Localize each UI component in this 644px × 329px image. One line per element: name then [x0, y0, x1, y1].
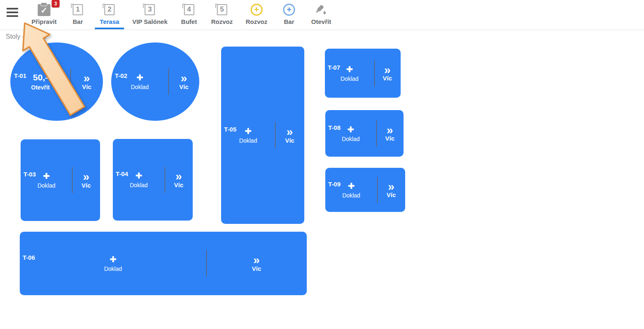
- more-button[interactable]: » Víc: [206, 255, 307, 272]
- chevron-double-right-icon: »: [387, 125, 393, 135]
- tab-label: Připravit: [32, 18, 57, 25]
- table-T-08[interactable]: T-08 ✚ Doklad » Víc: [325, 110, 404, 157]
- doklad-button[interactable]: ✚ Doklad: [221, 127, 275, 144]
- clipboard-check-icon: ✓ 3: [37, 4, 50, 16]
- tab-label: Bar: [284, 18, 294, 25]
- button-new-rozvoz[interactable]: + Rozvoz: [241, 0, 273, 30]
- doklad-button[interactable]: ✚ Doklad: [325, 65, 374, 82]
- tab-bufet[interactable]: 4 Bufet: [176, 0, 202, 30]
- doklad-button[interactable]: ✚ Doklad: [21, 172, 72, 189]
- number-4-icon: 4: [184, 4, 194, 15]
- chevron-double-right-icon: »: [388, 181, 394, 191]
- doklad-button[interactable]: ✚ Doklad: [113, 172, 165, 188]
- chevron-double-right-icon: »: [83, 172, 89, 182]
- more-button[interactable]: » Víc: [165, 172, 193, 188]
- more-button[interactable]: » Víc: [70, 73, 103, 90]
- button-otevrit[interactable]: Otevřít: [306, 0, 336, 30]
- topbar: ✓ 3 Připravit 1 Bar 2 Terasa 3 VIP Salón…: [0, 0, 644, 30]
- chevron-double-right-icon: »: [175, 172, 182, 181]
- plus-icon: ✚: [43, 172, 50, 180]
- button-new-bar[interactable]: + Bar: [278, 0, 300, 30]
- number-3-icon: 3: [145, 4, 155, 15]
- more-button[interactable]: » Víc: [376, 125, 404, 142]
- tab-rozvoz-5[interactable]: 5 Rozvoz: [206, 0, 238, 30]
- tab-label: VIP Salónek: [132, 18, 168, 25]
- plus-icon: ✚: [135, 172, 142, 180]
- tab-pripravit[interactable]: ✓ 3 Připravit: [27, 0, 62, 30]
- breadcrumb: Stoly - Terasa: [6, 33, 46, 40]
- doklad-button[interactable]: ✚ Doklad: [20, 255, 206, 272]
- table-T-02[interactable]: T-02 ✚ Doklad » Víc: [111, 42, 199, 121]
- more-button[interactable]: » Víc: [374, 65, 401, 82]
- plus-icon: ✚: [346, 65, 353, 73]
- number-2-icon: 2: [104, 4, 114, 15]
- table-T-07[interactable]: T-07 ✚ Doklad » Víc: [325, 49, 401, 98]
- more-button[interactable]: » Víc: [72, 172, 100, 189]
- doklad-button[interactable]: ✚ Doklad: [325, 181, 377, 198]
- plus-icon: ✚: [136, 73, 143, 82]
- tab-label: Bar: [72, 18, 83, 25]
- plus-icon: ✚: [245, 127, 252, 135]
- tab-label: Rozvoz: [211, 18, 233, 25]
- number-5-icon: 5: [217, 4, 227, 15]
- table-T-01[interactable]: T-01 50,- Otevřít » Víc: [10, 42, 103, 121]
- open-label: Otevřít: [31, 84, 50, 91]
- table-T-05[interactable]: T-05 ✚ Doklad » Víc: [221, 47, 304, 224]
- more-button[interactable]: » Víc: [377, 181, 405, 198]
- tab-terasa[interactable]: 2 Terasa: [95, 0, 124, 30]
- tab-bar-1[interactable]: 1 Bar: [68, 0, 88, 30]
- doklad-button[interactable]: ✚ Doklad: [111, 73, 168, 90]
- chevron-double-right-icon: »: [84, 73, 90, 83]
- more-button[interactable]: » Víc: [275, 127, 304, 144]
- chevron-double-right-icon: »: [287, 127, 293, 137]
- bottle-icon: [315, 3, 328, 16]
- tab-label: Rozvoz: [246, 18, 268, 25]
- table-open-info[interactable]: 50,- Otevřít: [10, 73, 70, 91]
- chevron-double-right-icon: »: [384, 65, 391, 75]
- notification-badge: 3: [51, 0, 59, 7]
- tab-label: Otevřít: [311, 18, 331, 25]
- plus-icon: ✚: [348, 181, 355, 190]
- number-1-icon: 1: [72, 4, 83, 15]
- plus-circle-yellow-icon: +: [251, 4, 263, 16]
- tab-vip-salonek[interactable]: 3 VIP Salónek: [127, 0, 173, 30]
- plus-icon: ✚: [347, 125, 354, 133]
- table-T-04[interactable]: T-04 ✚ Doklad » Víc: [113, 139, 193, 221]
- tab-label: Bufet: [181, 18, 197, 25]
- menu-button[interactable]: [7, 7, 19, 19]
- hamburger-icon: [7, 8, 18, 9]
- plus-icon: ✚: [110, 255, 117, 263]
- pos-app: ✓ 3 Připravit 1 Bar 2 Terasa 3 VIP Salón…: [0, 0, 644, 329]
- open-amount: 50,-: [33, 73, 48, 82]
- chevron-double-right-icon: »: [253, 255, 260, 265]
- chevron-double-right-icon: »: [181, 73, 187, 83]
- doklad-button[interactable]: ✚ Doklad: [325, 125, 376, 142]
- plus-circle-blue-icon: +: [283, 4, 295, 16]
- table-T-09[interactable]: T-09 ✚ Doklad » Víc: [325, 168, 405, 212]
- more-button[interactable]: » Víc: [168, 73, 199, 90]
- tab-label: Terasa: [100, 18, 119, 25]
- table-T-06[interactable]: T-06 ✚ Doklad » Víc: [20, 232, 307, 295]
- table-T-03[interactable]: T-03 ✚ Doklad » Víc: [21, 139, 100, 221]
